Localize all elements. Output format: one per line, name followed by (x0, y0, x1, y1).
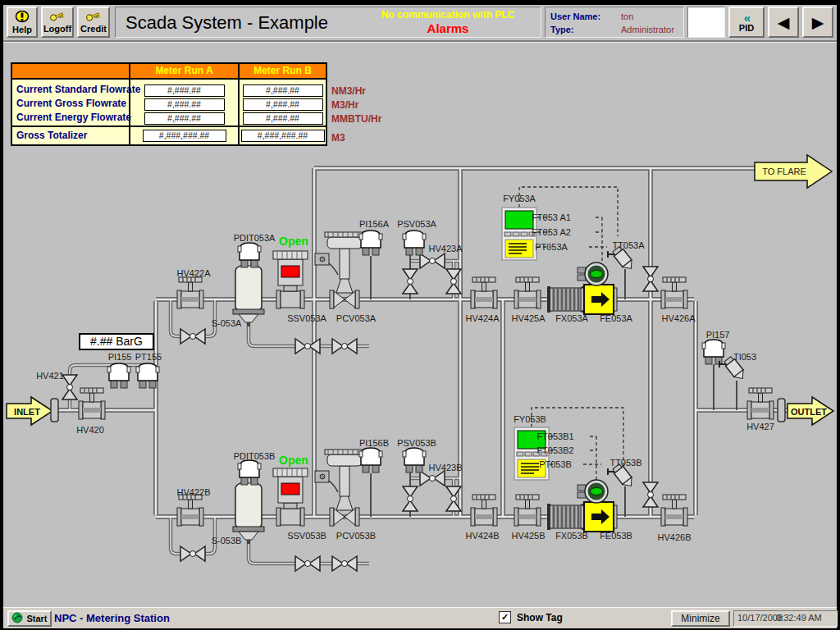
psv-isolation-b1[interactable] (403, 486, 418, 511)
outlet-flange (778, 399, 785, 422)
diagram-label: FT053B2 (536, 445, 573, 455)
transmitter-pi156a (359, 231, 382, 255)
start-icon (11, 612, 23, 625)
diagram-label: INLET (14, 407, 40, 417)
diagram-label: HV426A (662, 313, 696, 323)
show-tag-control: ✓ Show Tag (499, 611, 563, 623)
diagram-label: PI155 (108, 352, 132, 362)
scada-screen: Help Logoff Credit Scada System - Exampl… (0, 0, 840, 630)
psv-isolation-a1[interactable] (403, 269, 418, 294)
transmitter-pi156b (359, 448, 382, 472)
diagram-label: PI157 (706, 330, 730, 340)
minimize-button[interactable]: Minimize (671, 610, 730, 627)
diagram-label: PDIT053B (234, 451, 276, 461)
diagram-label: HV422A (177, 268, 212, 278)
valve-hv422a[interactable] (177, 277, 203, 308)
valve-hv427[interactable] (747, 388, 774, 419)
bypass-valve-a[interactable] (180, 329, 205, 344)
diagram-svg: TO FLAREINLETOUTLETPI155PT155HV421HV420H… (0, 0, 840, 630)
diagram-label: FE053B (600, 531, 632, 541)
transmitter-pt155 (136, 363, 159, 388)
diagram-label: PDIT053A (234, 233, 276, 243)
diagram-label: SSV053A (287, 313, 326, 323)
flow-transmitter-a (578, 262, 608, 285)
show-tag-checkbox[interactable]: ✓ (499, 611, 511, 623)
start-label: Start (26, 614, 47, 623)
valve-hv425b[interactable] (514, 495, 541, 526)
diagram-label: HV422B (177, 487, 211, 497)
valve-ssv053a[interactable] (273, 251, 308, 308)
inlet-pressure-display: #.## BarG (79, 333, 154, 350)
diagram-label: FT053 A2 (532, 227, 571, 237)
inlet-flange (51, 399, 58, 422)
diagram-label: PSV053A (397, 219, 436, 229)
transmitter-pi157 (702, 340, 725, 364)
diagram-label: TT053B (609, 458, 641, 468)
diagram-label: PSV053B (397, 438, 436, 448)
valve-hv420[interactable] (79, 388, 105, 419)
valve-hv423a[interactable] (420, 253, 445, 268)
diagram-label: Open (279, 235, 308, 248)
diagram-label: FE053A (600, 313, 632, 323)
diagram-label: PT155 (135, 352, 162, 362)
drain-valve-a1[interactable] (295, 339, 320, 354)
diagram-label: FX053A (555, 313, 588, 323)
diagram-label: FY053B (514, 414, 546, 424)
valve-hv426b[interactable] (661, 495, 687, 526)
diagram-label: TO FLARE (762, 167, 806, 176)
diagram-label: TI053 (733, 352, 756, 362)
valve-hv423b[interactable] (420, 471, 445, 486)
diagram-label: HV423B (429, 463, 463, 472)
valve-hv421[interactable] (62, 375, 77, 399)
diagram-label: PT053B (539, 459, 572, 469)
diagram-label: FX053B (555, 531, 588, 541)
diagram-label: HV425A (512, 313, 546, 323)
valve-ssv053b[interactable] (273, 468, 308, 526)
flow-straightener-fx053b (547, 504, 585, 530)
show-tag-label: Show Tag (517, 612, 563, 623)
diagram-label: FY053A (503, 194, 536, 203)
transmitter-pi155 (107, 363, 130, 388)
drain-valve-b2[interactable] (332, 556, 357, 571)
diagram-label: SSV053B (287, 531, 326, 541)
flow-straightener-fx053a (547, 286, 585, 313)
station-title: NPC - Metering Station (54, 612, 170, 624)
valve-hv424a[interactable] (471, 277, 497, 308)
relief-psv053b (403, 448, 426, 472)
diagram-label: HV420 (76, 425, 104, 435)
diagram-components: TO FLAREINLETOUTLETPI155PT155HV421HV420H… (14, 167, 827, 571)
diagram-label: S-053B (212, 536, 242, 546)
drain-valve-a2[interactable] (332, 339, 357, 354)
diagram-label: HV425B (512, 531, 546, 541)
valve-hv425a[interactable] (514, 277, 541, 308)
diagram-label: PI156B (359, 438, 389, 448)
flow-element-fe053a[interactable] (581, 285, 617, 314)
start-button[interactable]: Start (7, 610, 52, 627)
diagram-label: PCV053A (336, 313, 377, 323)
diagram-label: FT053 A1 (532, 212, 571, 222)
valve-hv422b[interactable] (177, 495, 203, 526)
diagram-label: PCV053B (336, 531, 376, 541)
bypass-valve-b[interactable] (180, 546, 205, 561)
vent-valve-a[interactable] (643, 267, 658, 291)
diagram-label: PI156A (359, 219, 390, 229)
diagram-label: HV424B (466, 531, 500, 541)
flow-transmitter-b (578, 480, 608, 503)
valve-hv426a[interactable] (661, 277, 687, 308)
diagram-label: HV424A (466, 313, 500, 323)
separator-s053b (233, 477, 264, 544)
diagram-label: HV423A (429, 244, 463, 253)
diagram-label: FT053B1 (536, 431, 573, 441)
diagram-label: OUTLET (791, 407, 827, 417)
diagram-label: PT053A (535, 242, 568, 252)
drain-valve-b1[interactable] (295, 556, 320, 571)
flow-element-fe053b[interactable] (581, 502, 617, 532)
diagram-label: HV427 (746, 422, 774, 431)
diagram-label: HV421 (36, 371, 64, 381)
relief-psv053a (403, 231, 426, 255)
vent-valve-b[interactable] (643, 482, 658, 507)
time-value: 0:32:49 AM (776, 613, 822, 623)
valve-hv424b[interactable] (471, 495, 497, 526)
diagram-label: TT053A (612, 240, 645, 250)
datetime-display: 10/17/20080:32:49 AM (733, 610, 838, 627)
